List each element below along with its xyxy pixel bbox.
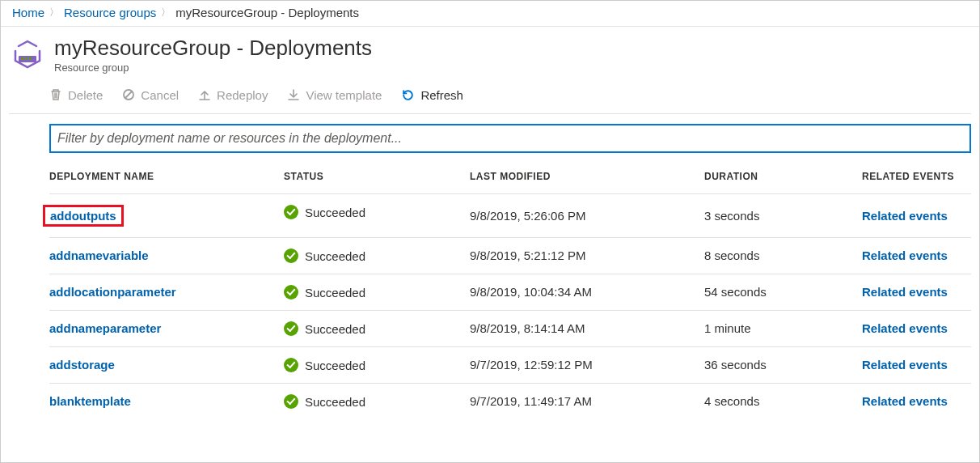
- breadcrumb-resource-groups[interactable]: Resource groups: [64, 6, 156, 19]
- redeploy-label: Redeploy: [217, 88, 268, 102]
- col-header-status[interactable]: STATUS: [284, 159, 470, 194]
- refresh-label: Refresh: [420, 88, 463, 102]
- status-label: Succeeded: [305, 249, 365, 263]
- trash-icon: [49, 88, 62, 101]
- related-events-link[interactable]: Related events: [862, 358, 948, 372]
- col-header-related[interactable]: RELATED EVENTS: [862, 159, 971, 194]
- filter-input[interactable]: [49, 124, 971, 153]
- related-events-link[interactable]: Related events: [862, 394, 948, 408]
- status-label: Succeeded: [305, 206, 365, 219]
- status-label: Succeeded: [305, 395, 365, 409]
- duration: 54 seconds: [704, 274, 862, 310]
- page-subtitle: Resource group: [54, 62, 372, 74]
- last-modified: 9/8/2019, 5:26:06 PM: [470, 193, 704, 237]
- status-label: Succeeded: [305, 359, 365, 372]
- chevron-right-icon: 〉: [161, 6, 171, 19]
- svg-rect-3: [29, 57, 32, 60]
- svg-line-5: [125, 91, 132, 98]
- resource-group-icon: [12, 40, 43, 70]
- success-icon: [284, 285, 298, 299]
- toolbar: Delete Cancel Redeploy View template Ref…: [9, 77, 971, 114]
- deployment-link[interactable]: addnamevariable: [49, 248, 149, 262]
- table-row: addnameparameterSucceeded9/8/2019, 8:14:…: [49, 310, 971, 346]
- cancel-label: Cancel: [141, 88, 179, 102]
- table-row: addnamevariableSucceeded9/8/2019, 5:21:1…: [49, 237, 971, 274]
- deployments-table: DEPLOYMENT NAME STATUS LAST MODIFIED DUR…: [49, 159, 971, 420]
- view-template-label: View template: [306, 88, 382, 102]
- success-icon: [284, 358, 298, 372]
- success-icon: [284, 321, 298, 336]
- col-header-name[interactable]: DEPLOYMENT NAME: [49, 159, 284, 194]
- status-label: Succeeded: [305, 322, 365, 336]
- cancel-icon: [122, 88, 135, 101]
- duration: 8 seconds: [704, 237, 862, 274]
- svg-rect-1: [21, 57, 23, 60]
- last-modified: 9/7/2019, 12:59:12 PM: [470, 346, 704, 383]
- deployment-link[interactable]: addnameparameter: [49, 321, 161, 335]
- deployment-link[interactable]: blanktemplate: [49, 394, 131, 408]
- col-header-duration[interactable]: DURATION: [704, 159, 862, 194]
- duration: 4 seconds: [704, 383, 862, 419]
- refresh-icon: [401, 88, 415, 102]
- deployment-link[interactable]: addlocationparameter: [49, 285, 176, 299]
- delete-label: Delete: [68, 88, 103, 102]
- breadcrumb-home[interactable]: Home: [12, 6, 44, 19]
- last-modified: 9/7/2019, 11:49:17 AM: [470, 383, 704, 419]
- deployment-link[interactable]: addstorage: [49, 358, 115, 372]
- breadcrumb: Home 〉 Resource groups 〉 myResourceGroup…: [1, 1, 979, 27]
- svg-rect-2: [25, 57, 27, 60]
- success-icon: [284, 394, 298, 409]
- success-icon: [284, 248, 298, 263]
- related-events-link[interactable]: Related events: [862, 285, 948, 299]
- related-events-link[interactable]: Related events: [862, 321, 948, 335]
- related-events-link[interactable]: Related events: [862, 248, 948, 262]
- last-modified: 9/8/2019, 10:04:34 AM: [470, 274, 704, 310]
- deployment-link[interactable]: addoutputs: [50, 209, 116, 223]
- last-modified: 9/8/2019, 5:21:12 PM: [470, 237, 704, 274]
- duration: 3 seconds: [704, 193, 862, 237]
- duration: 36 seconds: [704, 346, 862, 383]
- refresh-button[interactable]: Refresh: [401, 88, 463, 102]
- redeploy-button[interactable]: Redeploy: [198, 88, 268, 102]
- table-row: addstorageSucceeded9/7/2019, 12:59:12 PM…: [49, 346, 971, 383]
- table-row: addoutputsSucceeded9/8/2019, 5:26:06 PM3…: [49, 193, 971, 237]
- delete-button[interactable]: Delete: [49, 88, 103, 102]
- related-events-link[interactable]: Related events: [862, 209, 948, 223]
- table-row: addlocationparameterSucceeded9/8/2019, 1…: [49, 274, 971, 310]
- status-label: Succeeded: [305, 286, 365, 299]
- page-header: myResourceGroup - Deployments Resource g…: [9, 27, 971, 77]
- breadcrumb-current: myResourceGroup - Deployments: [175, 6, 359, 19]
- redeploy-icon: [198, 88, 211, 101]
- view-template-button[interactable]: View template: [287, 88, 382, 102]
- download-icon: [287, 88, 300, 101]
- success-icon: [284, 205, 298, 219]
- duration: 1 minute: [704, 310, 862, 346]
- last-modified: 9/8/2019, 8:14:14 AM: [470, 310, 704, 346]
- table-row: blanktemplateSucceeded9/7/2019, 11:49:17…: [49, 383, 971, 419]
- chevron-right-icon: 〉: [49, 6, 59, 19]
- cancel-button[interactable]: Cancel: [122, 88, 179, 102]
- col-header-modified[interactable]: LAST MODIFIED: [470, 159, 704, 194]
- page-title: myResourceGroup - Deployments: [54, 36, 372, 60]
